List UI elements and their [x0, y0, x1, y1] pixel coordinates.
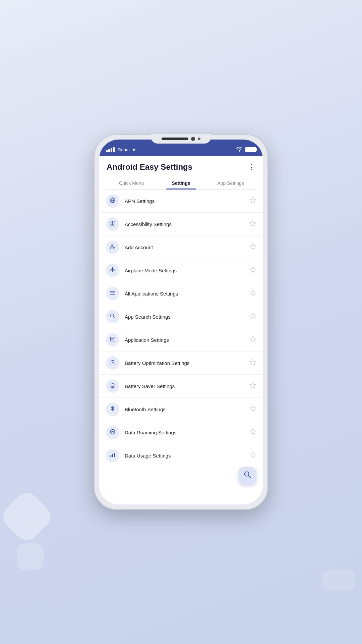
svg-rect-10: [110, 337, 115, 341]
list-item-all-apps[interactable]: All Applications Settings: [99, 282, 263, 305]
item-icon-wrap-application: [106, 333, 119, 346]
item-icon-data-roaming: [110, 429, 116, 436]
phone-screen: Signal ➤ Android Easy Settings ⋮: [99, 140, 263, 504]
item-star-all-apps[interactable]: [249, 289, 256, 298]
list-item-bluetooth[interactable]: Bluetooth Settings: [99, 398, 263, 421]
svg-rect-7: [110, 291, 111, 291]
item-icon-wrap-battery-saver: [106, 379, 119, 393]
item-label-bluetooth: Bluetooth Settings: [125, 407, 249, 412]
list-item-airplane[interactable]: Airplane Mode Settings: [99, 259, 263, 282]
navigation-icon: ➤: [132, 147, 136, 152]
item-label-data-usage: Data Usage Settings: [125, 453, 249, 459]
item-icon-app-search: [110, 313, 116, 321]
battery-icon: [245, 147, 256, 152]
wifi-icon: [236, 146, 243, 153]
tab-settings[interactable]: Settings: [156, 177, 206, 189]
list-item-battery-opt[interactable]: Battery Optimization Settings: [99, 352, 263, 375]
item-icon-wrap-data-roaming: [106, 426, 119, 439]
list-item-data-usage[interactable]: Data Usage Settings: [99, 444, 263, 467]
item-label-app-search: App Search Settings: [125, 314, 249, 320]
item-star-apn[interactable]: [249, 197, 256, 205]
app-header: Android Easy Settings ⋮ Quick Menu Setti…: [99, 156, 263, 190]
item-icon-airplane: [110, 267, 116, 274]
svg-point-17: [112, 431, 114, 432]
item-label-application: Application Settings: [125, 337, 249, 343]
item-icon-wrap-all-apps: [106, 287, 119, 300]
svg-rect-14: [111, 384, 114, 388]
item-label-airplane: Airplane Mode Settings: [125, 268, 249, 273]
item-icon-add-account: [110, 244, 116, 251]
item-icon-wrap-app-search: [106, 310, 119, 323]
item-label-battery-saver: Battery Saver Settings: [125, 383, 249, 389]
item-icon-wrap-battery-opt: [106, 356, 119, 370]
item-icon-all-apps: [110, 290, 116, 298]
list-item-app-search[interactable]: App Search Settings: [99, 305, 263, 328]
svg-line-22: [248, 476, 250, 478]
notch-dot: [198, 138, 200, 140]
notch-bar: [162, 138, 188, 140]
search-fab-button[interactable]: [239, 467, 256, 484]
list-item-apn[interactable]: APN Settings: [99, 190, 263, 213]
item-icon-wrap-data-usage: [106, 449, 119, 462]
svg-point-1: [112, 221, 113, 222]
list-item-accessibility[interactable]: Accessibility Settings: [99, 213, 263, 236]
item-icon-battery-opt: [110, 359, 116, 367]
svg-point-3: [111, 245, 113, 246]
item-icon-data-usage: [110, 452, 116, 460]
item-icon-application: [110, 336, 116, 344]
search-fab-icon: [244, 471, 251, 480]
more-options-icon[interactable]: ⋮: [248, 163, 255, 171]
item-icon-battery-saver: [110, 382, 116, 390]
settings-list: APN Settings Accessibility Settings Add …: [99, 190, 263, 504]
tabs-bar: Quick Menu Settings App Settings: [107, 177, 255, 190]
app-title: Android Easy Settings: [107, 162, 192, 172]
item-star-data-roaming[interactable]: [249, 428, 256, 437]
status-left: Signal ➤: [106, 147, 136, 152]
item-star-add-account[interactable]: [249, 243, 256, 252]
item-icon-wrap-accessibility: [106, 217, 119, 231]
item-star-battery-opt[interactable]: [249, 359, 256, 367]
item-star-bluetooth[interactable]: [249, 405, 256, 414]
list-item-battery-saver[interactable]: Battery Saver Settings: [99, 375, 263, 398]
tab-app-settings[interactable]: App Settings: [206, 177, 255, 189]
phone-frame: Signal ➤ Android Easy Settings ⋮: [94, 134, 268, 510]
svg-rect-6: [110, 294, 115, 294]
svg-rect-19: [112, 454, 113, 457]
item-label-data-roaming: Data Roaming Settings: [125, 430, 249, 435]
list-item-add-account[interactable]: Add Account: [99, 236, 263, 259]
item-icon-wrap-bluetooth: [106, 402, 119, 416]
item-icon-apn: [110, 197, 116, 205]
item-icon-wrap-airplane: [106, 264, 119, 277]
item-star-data-usage[interactable]: [249, 451, 256, 460]
item-star-application[interactable]: [249, 336, 256, 344]
tab-quick-menu[interactable]: Quick Menu: [107, 177, 156, 189]
list-item-application[interactable]: Application Settings: [99, 328, 263, 352]
item-label-battery-opt: Battery Optimization Settings: [125, 360, 249, 366]
item-label-apn: APN Settings: [125, 198, 249, 204]
item-icon-bluetooth: [110, 406, 116, 413]
list-item-data-roaming[interactable]: Data Roaming Settings: [99, 421, 263, 444]
item-icon-wrap-add-account: [106, 240, 119, 254]
item-icon-wrap-apn: [106, 194, 119, 208]
item-star-airplane[interactable]: [249, 266, 256, 275]
svg-line-9: [113, 317, 115, 318]
status-app-name: Signal: [117, 147, 129, 152]
notch-camera: [191, 137, 195, 141]
item-label-all-apps: All Applications Settings: [125, 291, 249, 297]
item-star-accessibility[interactable]: [249, 220, 256, 228]
svg-rect-18: [110, 455, 111, 457]
item-icon-accessibility: [110, 220, 116, 228]
status-right: [236, 146, 256, 153]
app-title-row: Android Easy Settings ⋮: [107, 162, 255, 172]
svg-rect-20: [114, 453, 115, 457]
item-label-accessibility: Accessibility Settings: [125, 221, 249, 227]
item-label-add-account: Add Account: [125, 245, 249, 250]
phone-notch: [151, 134, 211, 144]
item-star-app-search[interactable]: [249, 313, 256, 321]
item-star-battery-saver[interactable]: [249, 382, 256, 390]
svg-rect-5: [110, 292, 115, 293]
svg-rect-15: [111, 386, 114, 388]
signal-bars-icon: [106, 147, 115, 152]
